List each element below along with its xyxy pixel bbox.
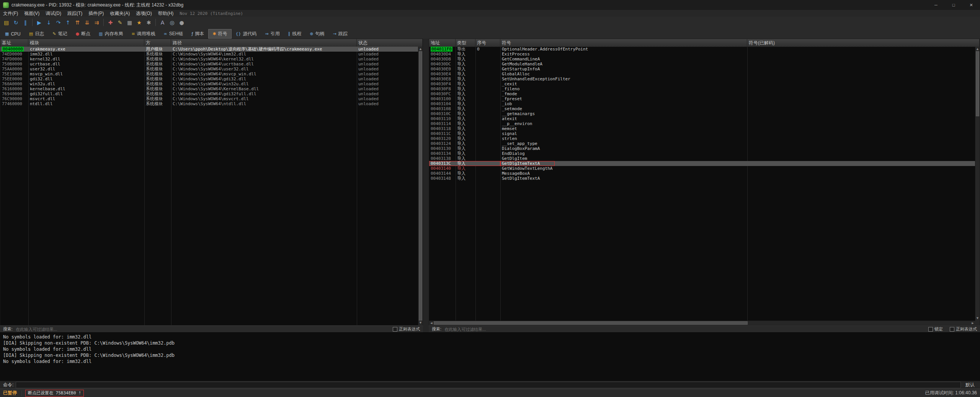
run-button[interactable]: ▶ <box>34 18 44 27</box>
symbol-row[interactable]: 004030E0导入GetStartupInfoA <box>429 67 980 72</box>
symbol-row[interactable]: 004030FC导入_fmode <box>429 91 980 96</box>
pane-splitter[interactable] <box>423 39 429 325</box>
module-row[interactable]: 76160000kernelbase.dll系统模块C:\Windows\Sys… <box>0 86 423 91</box>
module-row[interactable]: 00400000crakmeeasy.exe用户模块C:\Users\ppoh\… <box>0 47 423 52</box>
symbol-row[interactable]: 00403108导入_setmode <box>429 106 980 111</box>
symbol-row[interactable]: 004030D8导入GetCommandLineA <box>429 57 980 62</box>
favourites-star-button[interactable]: ★ <box>134 18 144 27</box>
tab-log[interactable]: ▤日志 <box>25 29 48 39</box>
module-row[interactable]: 75EE0000gdi32.dll系统模块C:\Windows\SysWOW64… <box>0 76 423 81</box>
symbol-row[interactable]: 004030E4导入GlobalAlloc <box>429 72 980 76</box>
symbol-row[interactable]: 004030F4导入_cexit <box>429 81 980 86</box>
maximize-button[interactable]: □ <box>945 0 962 10</box>
pause-button[interactable]: ∥ <box>21 18 30 27</box>
scroll-down-icon[interactable]: ▼ <box>975 316 980 321</box>
tab-references[interactable]: ⇒引用 <box>261 29 284 39</box>
module-row[interactable]: 74FD0000kernel32.dll系统模块C:\Windows\SysWO… <box>0 57 423 62</box>
lock-checkbox[interactable] <box>928 327 933 332</box>
tab-breakpoints[interactable]: ●断点 <box>71 29 95 39</box>
symbol-row[interactable]: 004030E8导入SetUnhandledExceptionFilter <box>429 76 980 81</box>
symbol-row[interactable]: 00403114导入__p__environ <box>429 121 980 126</box>
module-row[interactable]: 77460000ntdll.dll系统模块C:\Windows\SysWOW64… <box>0 101 423 106</box>
symbol-row[interactable]: 00403104导入_iob <box>429 101 980 106</box>
menu-view[interactable]: 视图(V) <box>21 10 42 17</box>
menu-trace[interactable]: 跟踪(T) <box>64 10 85 17</box>
tab-memory-map[interactable]: ▥内存布局 <box>95 29 127 39</box>
module-row[interactable]: 75E10000msvcp_win.dll系统模块C:\Windows\SysW… <box>0 72 423 76</box>
search-input[interactable] <box>444 327 924 332</box>
symbol-row[interactable]: 004030D4导入ExitProcess <box>429 52 980 57</box>
symbol-row[interactable]: 004011F0导出0OptionalHeader.AddressOfEntry… <box>429 47 980 52</box>
tab-handles[interactable]: ⊕句柄 <box>305 29 328 39</box>
menu-file[interactable]: 文件(F) <box>0 10 21 17</box>
step-over-button[interactable]: ↷ <box>54 18 63 27</box>
tab-source[interactable]: {}源代码 <box>232 29 261 39</box>
symbol-row[interactable]: 00403144导入MessageBoxA <box>429 171 980 176</box>
column-header-status[interactable]: 状态 <box>357 39 423 47</box>
scrollbar-thumb[interactable] <box>976 51 979 116</box>
menu-favourites[interactable]: 收藏夹(A) <box>107 10 133 17</box>
comment-button[interactable]: ✎ <box>115 18 125 27</box>
column-header-type[interactable]: 类型 <box>456 39 475 47</box>
symbol-row[interactable]: 00403110导入atexit <box>429 116 980 121</box>
modules-vscrollbar[interactable]: ▲ ▼ <box>418 47 423 325</box>
symbol-row[interactable]: 00403100导入_fpreset <box>429 96 980 101</box>
menu-options[interactable]: 选项(O) <box>133 10 155 17</box>
scroll-up-icon[interactable]: ▲ <box>418 47 423 51</box>
module-row[interactable]: 75AA0000user32.dll系统模块C:\Windows\SysWOW6… <box>0 67 423 72</box>
symbol-row[interactable]: 0040310C导入__getmainargs <box>429 111 980 116</box>
column-header-ordinal[interactable]: 序号 <box>475 39 500 47</box>
column-header-base[interactable]: 基址 <box>0 39 28 47</box>
symbol-row[interactable]: 00403134导入EndDialog <box>429 151 980 156</box>
minimize-button[interactable]: ─ <box>927 0 945 10</box>
tab-call-stack[interactable]: ≡调用堆栈 <box>127 29 159 39</box>
symbol-row[interactable]: 0040313C导入GetDlgItemTextA <box>429 161 980 166</box>
scroll-down-icon[interactable]: ▼ <box>418 321 423 325</box>
menu-help[interactable]: 帮助(H) <box>155 10 177 17</box>
modules-table-body[interactable]: 00400000crakmeeasy.exe用户模块C:\Users\ppoh\… <box>0 47 423 325</box>
restart-button[interactable]: ↻ <box>11 18 21 27</box>
tab-cpu[interactable]: ▦CPU <box>1 29 25 39</box>
step-into-button[interactable]: ↓ <box>44 18 54 27</box>
symbols-table-body[interactable]: 004011F0导出0OptionalHeader.AddressOfEntry… <box>429 47 980 321</box>
command-history-dropdown[interactable]: 默认 <box>963 382 977 388</box>
regex-checkbox[interactable] <box>393 327 397 332</box>
title-bar[interactable]: crakmeeasy.exe - PID: 13932 - 模块: crakme… <box>0 0 980 10</box>
scroll-left-icon[interactable]: ◀ <box>429 321 434 325</box>
snapshot-button[interactable]: ● <box>177 18 186 27</box>
scrollbar-thumb[interactable] <box>419 51 422 321</box>
scroll-up-icon[interactable]: ▲ <box>975 47 980 51</box>
patches-button[interactable]: ✚ <box>106 18 115 27</box>
symbol-row[interactable]: 0040311C导入signal <box>429 131 980 136</box>
trace-over-button[interactable]: ⇉ <box>92 18 101 27</box>
calculator-button[interactable]: ▦ <box>125 18 134 27</box>
module-row[interactable]: 76C90000msvcrt.dll系统模块C:\Windows\SysWOW6… <box>0 96 423 101</box>
tab-seh-chain[interactable]: ∞SEH链 <box>160 29 188 39</box>
scroll-right-icon[interactable]: ▶ <box>970 321 975 325</box>
symbol-row[interactable]: 00403120导入strlen <box>429 136 980 141</box>
scrollbar-thumb[interactable] <box>434 321 748 325</box>
settings-button[interactable]: ✱ <box>144 18 154 27</box>
symbol-row[interactable]: 00403148导入SetDlgItemTextA <box>429 176 980 181</box>
module-row[interactable]: 760A0000win32u.dll系统模块C:\Windows\SysWOW6… <box>0 81 423 86</box>
column-header-address[interactable]: 地址 <box>429 39 456 47</box>
font-button[interactable]: A <box>158 18 167 27</box>
symbol-row[interactable]: 00403118导入memset <box>429 126 980 131</box>
tab-notes[interactable]: ✎笔记 <box>48 29 71 39</box>
execute-till-return-button[interactable]: ↑ <box>63 18 73 27</box>
menu-plugins[interactable]: 插件(P) <box>85 10 107 17</box>
module-row[interactable]: 750B0000ucrtbase.dll系统模块C:\Windows\SysWO… <box>0 62 423 67</box>
symbol-row[interactable]: 00403138导入GetDlgItem <box>429 156 980 161</box>
find-button[interactable]: ◎ <box>167 18 177 27</box>
open-file-button[interactable]: ▤ <box>2 18 11 27</box>
column-header-symbol-decorated[interactable]: 符号(已解码) <box>747 39 980 47</box>
search-input[interactable] <box>15 327 389 332</box>
symbol-row[interactable]: 00403140导入GetWindowTextLengthA <box>429 166 980 171</box>
symbols-hscrollbar[interactable]: ◀ ▶ <box>429 321 975 325</box>
tab-trace-tab[interactable]: →跟踪 <box>329 29 352 39</box>
tab-threads[interactable]: ∥线程 <box>284 29 306 39</box>
column-header-symbol[interactable]: 符号 <box>500 39 747 47</box>
log-output[interactable]: No symbols loaded for: imm32.dll[DIA] Sk… <box>0 332 980 381</box>
column-header-path[interactable]: 路径 <box>171 39 357 47</box>
run-to-user-code-button[interactable]: ⇈ <box>73 18 82 27</box>
